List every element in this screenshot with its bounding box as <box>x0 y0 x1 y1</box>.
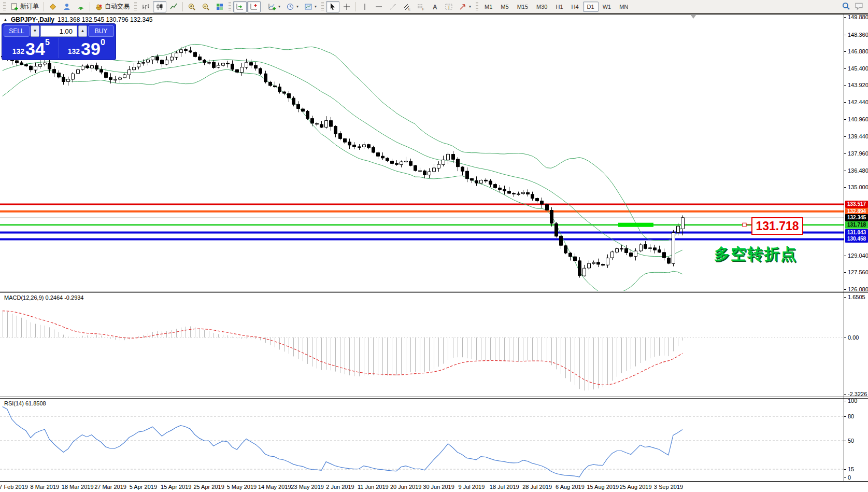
price-tick-label: 140.960 <box>848 116 868 122</box>
date-axis-label: 15 Aug 2019 <box>587 484 619 490</box>
sell-price-prefix: 132 <box>12 47 24 58</box>
price-tick <box>844 256 846 256</box>
price-tick <box>844 51 846 52</box>
price-level-badge: 131.718 <box>845 221 868 229</box>
templates-button[interactable]: ▾ <box>302 1 319 12</box>
timeframe-h4[interactable]: H4 <box>567 2 583 12</box>
date-axis-label: 28 Jul 2019 <box>522 484 552 490</box>
zoom-in-button[interactable] <box>185 1 198 12</box>
date-axis-label: 15 Apr 2019 <box>161 484 191 490</box>
autotrading-button[interactable]: 自动交易 <box>92 1 132 12</box>
price-tick-label: 145.400 <box>848 65 868 72</box>
price-tick-label: 136.480 <box>848 167 868 174</box>
crosshair-tool-button[interactable] <box>340 1 353 12</box>
price-tick <box>844 187 846 188</box>
market-watch-button[interactable] <box>46 1 60 12</box>
zoom-out-icon <box>202 3 210 11</box>
price-tick <box>844 153 846 154</box>
chart-shift-marker-icon[interactable] <box>691 15 696 19</box>
arrow-shapes-icon <box>459 3 467 11</box>
cursor-tool-button[interactable] <box>326 1 339 12</box>
indicators-icon <box>268 3 276 11</box>
timeframe-group: M1M5M15M30H1H4D1W1MN <box>480 2 632 12</box>
timeframe-w1[interactable]: W1 <box>599 2 616 12</box>
rsi-scale-tick <box>844 477 846 478</box>
auto-scroll-button[interactable] <box>233 1 247 12</box>
profile-button[interactable] <box>60 1 74 12</box>
volume-input[interactable] <box>40 25 77 37</box>
timeframe-m15[interactable]: M15 <box>513 2 532 12</box>
price-tick-label: 146.880 <box>848 48 868 54</box>
volume-decrease-button[interactable]: ▼ <box>31 25 39 37</box>
channel-icon: E <box>403 3 411 11</box>
indicators-button[interactable]: ▾ <box>265 1 283 12</box>
line-chart-button[interactable] <box>167 1 180 12</box>
sell-price-big: 34 <box>25 40 45 58</box>
candlestick-icon <box>155 3 164 11</box>
text-icon: A <box>431 3 439 11</box>
rsi-scale-label: 15 <box>848 466 854 472</box>
bar-chart-button[interactable] <box>139 1 152 12</box>
timeframe-m1[interactable]: M1 <box>480 2 496 12</box>
rsi-scale-tick <box>844 441 846 441</box>
signals-icon <box>77 3 85 11</box>
signals-button[interactable] <box>74 1 88 12</box>
timeframe-h1[interactable]: H1 <box>551 2 567 12</box>
text-tool-button[interactable]: A <box>428 1 442 12</box>
collapse-panel-icon[interactable]: ▲ <box>3 17 8 22</box>
price-tick <box>844 68 846 69</box>
buy-price-display[interactable]: 132 39 0 <box>59 38 115 58</box>
vertical-line-icon <box>361 3 369 11</box>
svg-text:F: F <box>422 7 424 10</box>
search-icon[interactable] <box>842 2 850 11</box>
sell-price-display[interactable]: 132 34 5 <box>4 38 59 58</box>
price-scale-strip[interactable]: 149.880148.360146.880145.400143.920142.4… <box>844 15 868 482</box>
time-scale-strip[interactable]: 27 Feb 20198 Mar 201918 Mar 201927 Mar 2… <box>0 482 868 492</box>
periods-button[interactable]: ▾ <box>283 1 301 12</box>
tile-windows-icon <box>216 3 224 11</box>
horizontal-line-icon <box>375 3 383 11</box>
tile-windows-button[interactable] <box>213 1 226 12</box>
date-axis-label: 18 Jul 2019 <box>490 484 519 490</box>
turning-point-annotation: 多空转折点 <box>714 246 797 262</box>
toolbar-grip <box>3 2 6 11</box>
svg-text:A: A <box>433 3 437 10</box>
chart-shift-button[interactable] <box>247 1 261 12</box>
chat-icon[interactable] <box>855 2 863 11</box>
zoom-out-button[interactable] <box>199 1 212 12</box>
timeframe-m30[interactable]: M30 <box>532 2 551 12</box>
volume-increase-button[interactable]: ▲ <box>78 25 87 37</box>
timeframe-d1[interactable]: D1 <box>583 2 599 12</box>
macd-scale-label: 1.6505 <box>848 294 865 300</box>
vertical-line-tool-button[interactable] <box>358 1 372 12</box>
rsi-pane[interactable] <box>0 399 844 481</box>
date-axis-label: 5 May 2019 <box>227 484 257 490</box>
fibonacci-tool-button[interactable]: F <box>414 1 428 12</box>
horizontal-line-tool-button[interactable] <box>372 1 386 12</box>
text-label-tool-button[interactable]: T <box>442 1 456 12</box>
candlestick-chart-button[interactable] <box>153 1 166 12</box>
buy-price-sup: 0 <box>101 38 105 47</box>
template-icon <box>304 3 312 11</box>
rsi-scale-label: 50 <box>848 438 854 444</box>
date-axis-label: 18 Mar 2019 <box>62 484 94 490</box>
toolbar: 新订单 自动交易 ▾ ▾ ▾ E F A T <box>0 0 868 13</box>
sell-button[interactable]: SELL <box>4 25 30 37</box>
macd-pane[interactable] <box>0 293 844 397</box>
new-order-button[interactable]: 新订单 <box>8 1 41 12</box>
macd-scale-tick <box>844 394 846 395</box>
gold-crystal-icon <box>49 3 57 11</box>
channel-tool-button[interactable]: E <box>400 1 414 12</box>
buy-button[interactable]: BUY <box>88 25 114 37</box>
date-axis-label: 27 Mar 2019 <box>94 484 126 490</box>
rsi-scale-label: 0 <box>848 474 851 481</box>
trendline-tool-button[interactable] <box>386 1 400 12</box>
timeframe-m5[interactable]: M5 <box>496 2 513 12</box>
date-axis-label: 9 Jul 2019 <box>459 484 485 490</box>
chart-title-row: ▲ GBPJPY-,Daily 131.368 132.545 130.796 … <box>3 16 152 23</box>
date-axis-label: 5 Apr 2019 <box>130 484 157 490</box>
zoom-in-icon <box>188 3 196 11</box>
timeframe-mn[interactable]: MN <box>615 2 632 12</box>
date-axis-label: 30 Jun 2019 <box>423 484 454 490</box>
arrows-tool-button[interactable]: ▾ <box>456 1 474 12</box>
